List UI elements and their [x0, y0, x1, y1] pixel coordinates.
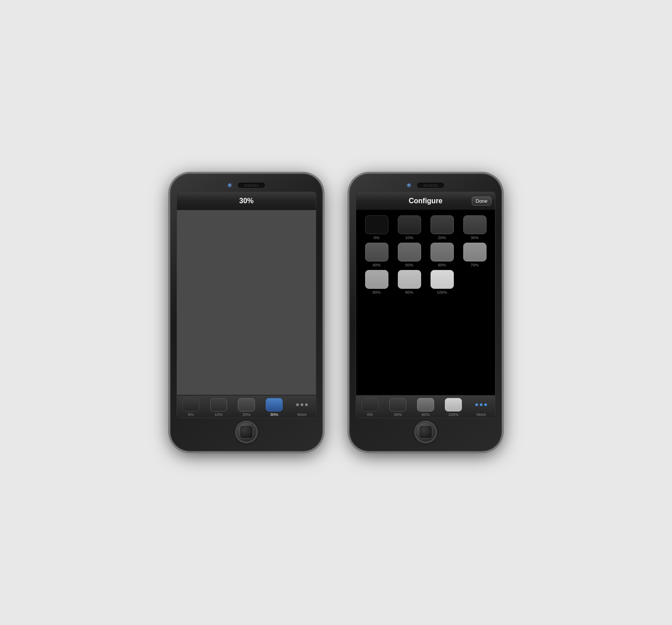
swatch-50: [398, 243, 421, 261]
empty-cell: [460, 270, 483, 289]
screen-content-1: [177, 210, 316, 395]
swatch-label-60: 60%: [438, 263, 446, 267]
swatch-label-80: 80%: [372, 290, 380, 295]
dot3: [305, 403, 308, 406]
iphone-1-bottom: [236, 418, 257, 445]
tab-bar-1: 0% 10% 20% 30%: [177, 395, 316, 418]
tab2-more[interactable]: More: [470, 398, 492, 417]
tab2-label-0pct: 0%: [367, 412, 373, 417]
swatch-80: [365, 270, 388, 289]
tab-label-10pct: 10%: [215, 412, 223, 417]
swatch-label-10: 10%: [405, 235, 413, 240]
tab-icon-0pct: [182, 398, 199, 411]
color-cell-70[interactable]: 70%: [460, 243, 490, 267]
swatch-label-40: 40%: [372, 263, 380, 267]
tab2-label-more: More: [477, 412, 486, 417]
swatch-label-100: 100%: [437, 290, 447, 295]
iphone-1: 30% 0% 10% 20% 30%: [170, 174, 323, 451]
iphone-2: Configure Done 0% 10% 20%: [349, 174, 502, 451]
screen-title-1: 30%: [239, 197, 254, 205]
tab-icon-20pct: [238, 398, 255, 411]
tab2-label-100pct: 100%: [448, 412, 458, 417]
tab-label-0pct: 0%: [188, 412, 194, 417]
done-button[interactable]: Done: [472, 197, 491, 205]
camera-dot-2: [407, 184, 411, 187]
tab2-0pct[interactable]: 0%: [359, 398, 381, 417]
swatch-label-0: 0%: [374, 235, 379, 240]
speaker-grille: [238, 183, 265, 188]
color-cell-90[interactable]: 90%: [394, 270, 424, 295]
tab2-100pct[interactable]: 100%: [442, 398, 465, 417]
home-button-1[interactable]: [236, 422, 257, 442]
swatch-20: [431, 215, 454, 234]
tab-0pct[interactable]: 0%: [180, 398, 202, 417]
nav-bar-1: 30%: [177, 192, 316, 210]
swatch-label-30: 30%: [470, 235, 478, 240]
tab2-icon-100pct: [445, 398, 462, 411]
tab2-icon-60pct: [417, 398, 434, 411]
tab-label-20pct: 20%: [242, 412, 250, 417]
tab2-icon-0pct: [362, 398, 379, 411]
tab-more-1[interactable]: More: [291, 398, 313, 417]
tab-label-30pct: 30%: [270, 412, 278, 417]
tab2-30pct[interactable]: 30%: [387, 398, 409, 417]
color-cell-0[interactable]: 0%: [362, 215, 392, 240]
swatch-60: [431, 243, 454, 261]
tab2-label-60pct: 60%: [422, 412, 430, 417]
home-button-2[interactable]: [415, 422, 436, 442]
swatch-label-50: 50%: [405, 263, 413, 267]
tab2-60pct[interactable]: 60%: [414, 398, 437, 417]
speaker-grille-2: [417, 183, 444, 188]
swatch-label-70: 70%: [470, 263, 478, 267]
swatch-100: [431, 270, 454, 289]
configure-content: 0% 10% 20% 30% 40%: [356, 210, 495, 395]
tab-icon-30pct: [266, 398, 283, 411]
swatch-label-90: 90%: [405, 290, 413, 295]
color-cell-40[interactable]: 40%: [362, 243, 392, 267]
swatch-70: [463, 243, 487, 261]
swatch-90: [398, 270, 421, 289]
iphone-2-top: [356, 180, 495, 192]
more-dots-2: [475, 398, 487, 411]
color-cell-60[interactable]: 60%: [427, 243, 457, 267]
home-button-inner-2: [419, 425, 432, 439]
swatch-10: [398, 215, 421, 234]
blue-dot3: [484, 403, 487, 406]
tab-10pct[interactable]: 10%: [207, 398, 230, 417]
camera-dot: [228, 184, 232, 187]
tab2-icon-30pct: [389, 398, 406, 411]
swatch-30: [463, 215, 487, 234]
blue-dot2: [480, 403, 482, 406]
color-cell-80[interactable]: 80%: [362, 270, 392, 295]
color-cell-100[interactable]: 100%: [427, 270, 457, 295]
iphone-1-screen: 30% 0% 10% 20% 30%: [177, 192, 316, 418]
dot2: [301, 403, 303, 406]
iphone-2-screen: Configure Done 0% 10% 20%: [356, 192, 495, 418]
tab-30pct[interactable]: 30%: [263, 398, 285, 417]
home-button-inner-1: [240, 425, 253, 439]
tab-label-more-1: More: [297, 412, 307, 417]
swatch-0: [365, 215, 388, 234]
tab-20pct[interactable]: 20%: [235, 398, 258, 417]
swatch-label-20: 20%: [438, 235, 446, 240]
screen-title-2: Configure: [409, 197, 443, 205]
blue-dot1: [475, 403, 478, 406]
tab-bar-2: 0% 30% 60% 100% More: [356, 395, 495, 418]
color-cell-10[interactable]: 10%: [394, 215, 424, 240]
nav-bar-2: Configure Done: [356, 192, 495, 210]
color-grid: 0% 10% 20% 30% 40%: [360, 214, 491, 296]
tab-icon-10pct: [210, 398, 227, 411]
color-cell-30[interactable]: 30%: [460, 215, 490, 240]
swatch-40: [365, 243, 388, 261]
iphone-2-bottom: [415, 418, 436, 445]
color-cell-20[interactable]: 20%: [427, 215, 457, 240]
iphone-1-top: [177, 180, 316, 192]
tab2-label-30pct: 30%: [394, 412, 402, 417]
dot1: [296, 403, 299, 406]
more-dots-1: [296, 398, 308, 411]
color-cell-50[interactable]: 50%: [394, 243, 424, 267]
